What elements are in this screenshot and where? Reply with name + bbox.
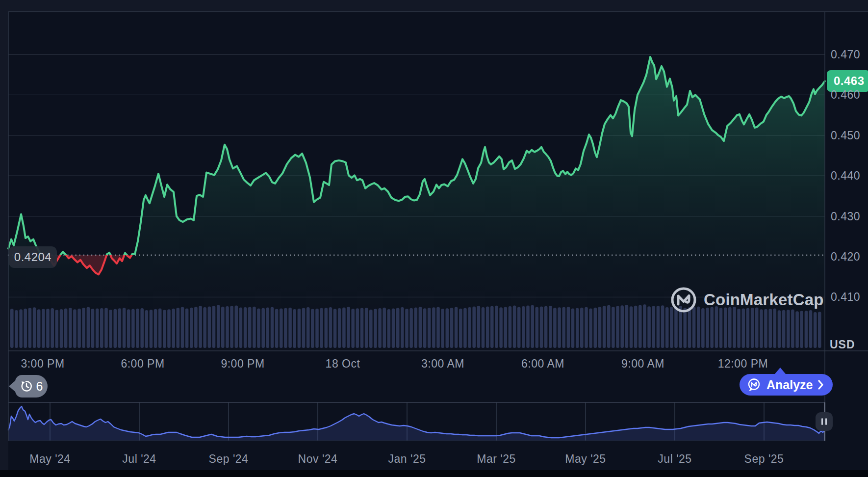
volume-bar	[185, 309, 189, 348]
x-axis-label: 6:00 PM	[121, 357, 164, 370]
volume-bar	[172, 309, 175, 348]
bottom-edge-strip	[0, 470, 868, 477]
volume-bar	[751, 308, 754, 348]
volume-bar	[293, 309, 296, 348]
volume-bar	[526, 306, 530, 348]
y-axis-label: 0.440	[831, 169, 860, 182]
volume-bar	[118, 308, 122, 348]
volume-bar	[167, 309, 171, 348]
volume-bar	[221, 307, 225, 348]
volume-bar	[423, 308, 427, 348]
volume-bar	[652, 306, 656, 348]
volume-bar	[239, 307, 243, 348]
volume-bar	[630, 306, 633, 348]
current-price-value: 0.463	[834, 74, 865, 88]
volume-bar	[459, 309, 462, 348]
volume-bar	[428, 308, 431, 348]
volume-bar	[82, 308, 85, 348]
volume-bar	[284, 308, 287, 348]
volume-bar	[244, 307, 247, 348]
x-axis-label: 12:00 PM	[718, 357, 768, 370]
volume-bar	[33, 307, 36, 348]
volume-bar	[499, 307, 503, 348]
volume-bar	[42, 309, 45, 348]
volume-bar	[275, 309, 279, 348]
volume-bar	[647, 306, 651, 348]
volume-bar	[177, 308, 180, 348]
volume-bar	[329, 307, 332, 348]
volume-bar	[719, 308, 723, 348]
minimap-date-label: May '25	[565, 452, 606, 465]
volume-bar	[64, 309, 68, 348]
volume-bar	[212, 306, 216, 348]
volume-bar	[392, 309, 395, 348]
volume-bar	[311, 309, 314, 348]
minimap-date-label: Mar '25	[477, 452, 515, 465]
volume-bar	[10, 309, 14, 348]
volume-bar	[553, 308, 557, 348]
volume-bar	[818, 312, 821, 348]
volume-bar	[261, 308, 265, 348]
volume-bar	[163, 310, 166, 348]
volume-bar	[203, 307, 206, 348]
volume-bar	[567, 307, 570, 348]
volume-bar	[378, 308, 382, 348]
volume-bar	[190, 308, 193, 348]
volume-bar	[140, 308, 144, 348]
volume-bar	[306, 307, 310, 348]
analyze-chat-logo-icon	[746, 377, 762, 393]
coinmarketcap-watermark: CoinMarketCap	[670, 286, 824, 314]
volume-bar	[181, 307, 184, 348]
volume-bar	[145, 310, 149, 348]
volume-bar	[612, 307, 615, 348]
volume-bar	[315, 309, 319, 348]
minimap-brush-handle[interactable]	[816, 412, 833, 431]
volume-bar	[540, 307, 543, 348]
volume-bar	[477, 306, 481, 348]
volume-bar	[69, 308, 72, 348]
x-axis-label: 9:00 PM	[221, 357, 264, 370]
volume-bar	[805, 311, 808, 348]
analyze-button[interactable]: Analyze	[740, 374, 833, 396]
volume-bar	[768, 309, 772, 348]
volume-bar	[409, 308, 413, 348]
volume-bar	[208, 306, 211, 348]
minimap-date-label: Nov '24	[298, 452, 338, 465]
volume-bar	[661, 305, 664, 348]
volume-bar	[104, 308, 108, 348]
volume-bar	[486, 306, 489, 348]
volume-bar	[28, 308, 32, 348]
volume-bar	[374, 309, 377, 348]
volume-bar	[194, 307, 198, 348]
reference-price-label: 0.4204	[9, 246, 57, 268]
volume-bar	[737, 309, 740, 348]
volume-bar	[338, 308, 341, 348]
volume-bar	[490, 306, 494, 348]
volume-bar	[571, 309, 575, 348]
history-badge[interactable]: 6	[15, 375, 48, 398]
volume-bar	[302, 308, 306, 348]
y-axis-label: 0.460	[831, 88, 860, 101]
volume-bar	[100, 308, 103, 348]
volume-bar	[634, 306, 638, 348]
volume-bar	[482, 307, 485, 348]
volume-bar	[347, 307, 350, 348]
currency-unit-label: USD	[830, 338, 855, 351]
volume-bar	[450, 308, 454, 348]
volume-bar	[154, 309, 157, 348]
volume-bar	[405, 309, 408, 348]
volume-bar	[91, 309, 95, 348]
volume-bar	[531, 305, 534, 348]
volume-bar	[657, 306, 660, 348]
volume-bar	[468, 307, 471, 348]
volume-bar	[589, 309, 592, 348]
volume-bar	[280, 309, 283, 348]
main-chart-canvas[interactable]	[0, 0, 868, 477]
volume-bar	[517, 307, 521, 348]
volume-bar	[24, 309, 27, 348]
volume-bar	[787, 310, 790, 348]
volume-bar	[504, 307, 508, 348]
x-axis-label: 3:00 AM	[421, 357, 464, 370]
volume-bar	[625, 305, 629, 348]
x-axis-label: 6:00 AM	[521, 357, 564, 370]
